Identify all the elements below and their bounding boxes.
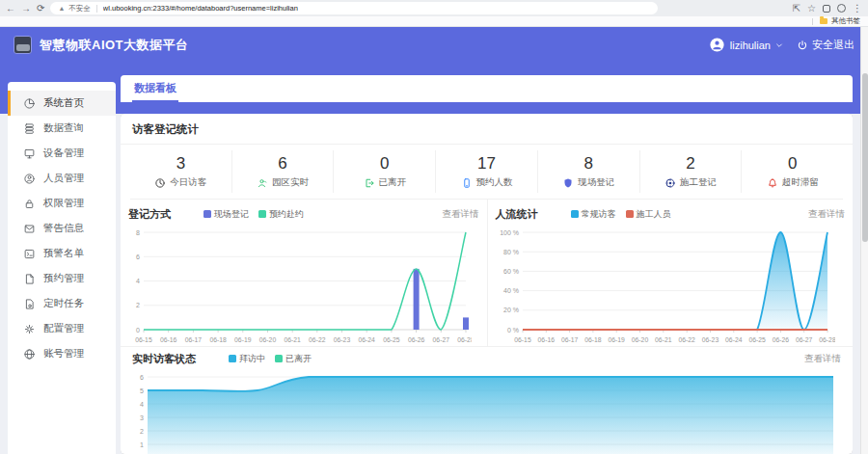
page-scrollbar (860, 27, 868, 454)
tab-bar: 数据看板 (121, 75, 853, 102)
view-details-link[interactable]: 查看详情 (443, 208, 479, 221)
content-panel: 访客登记统计 3今日访客6园区实时0已离开17预约人数8现场登记2施工登记0超时… (121, 114, 853, 454)
sidebar-item-monitor[interactable]: 设备管理 (8, 141, 116, 166)
legend-item[interactable]: 施工人员 (626, 208, 671, 221)
legend-item[interactable]: 常规访客 (571, 208, 616, 221)
stat-label: 已离开 (379, 176, 407, 189)
svg-text:06-22: 06-22 (678, 336, 695, 343)
charts-row: 登记方式 现场登记预约赴约 查看详情 0246806-1506-1606-170… (121, 200, 853, 346)
reload-icon[interactable]: ⟳ (37, 4, 44, 13)
chart-title: 实时访客状态 (132, 352, 196, 366)
logout-button[interactable]: 安全退出 (797, 38, 854, 52)
file-gear-icon (23, 298, 36, 310)
menu-dots-icon[interactable]: ⋮ (853, 4, 862, 13)
sidebar-item-pie-chart[interactable]: 系统首页 (8, 91, 116, 116)
stat-预约人数: 17预约人数 (435, 150, 537, 193)
sidebar-item-label: 设备管理 (43, 147, 84, 160)
svg-text:80 %: 80 % (503, 249, 519, 255)
sidebar-item-user[interactable]: 人员管理 (8, 166, 116, 191)
sidebar-item-label: 权限管理 (43, 197, 84, 210)
chart-title: 人流统计 (496, 207, 538, 222)
sidebar-item-lock[interactable]: 权限管理 (8, 191, 116, 216)
globe-icon (23, 348, 36, 361)
svg-text:8: 8 (136, 229, 140, 236)
stat-value: 0 (334, 154, 435, 174)
svg-text:60 %: 60 % (503, 268, 519, 275)
sidebar-item-label: 系统首页 (43, 96, 84, 110)
register-method-chart: 登记方式 现场登记预约赴约 查看详情 0246806-1506-1606-170… (121, 200, 487, 346)
svg-text:06-23: 06-23 (334, 336, 351, 343)
forward-icon[interactable]: → (21, 4, 31, 13)
svg-text:06-28: 06-28 (457, 336, 472, 343)
sidebar-item-document[interactable]: 预约管理 (8, 266, 116, 291)
stat-label: 预约人数 (476, 176, 513, 189)
phone-icon (461, 177, 473, 189)
svg-text:06-20: 06-20 (259, 336, 277, 343)
svg-text:06-22: 06-22 (309, 336, 326, 343)
svg-text:06-19: 06-19 (234, 336, 252, 343)
realtime-visitor-chart: 实时访客状态 拜访中已离开 查看详情 0123456 (121, 346, 853, 454)
svg-text:0: 0 (136, 327, 140, 334)
stat-label: 现场登记 (578, 176, 614, 189)
sidebar-item-globe[interactable]: 账号管理 (8, 341, 116, 366)
view-details-link[interactable]: 查看详情 (804, 353, 841, 365)
sidebar-item-database[interactable]: 数据查询 (8, 116, 116, 141)
sidebar-item-mail[interactable]: 警告信息 (8, 216, 116, 241)
svg-text:06-24: 06-24 (359, 336, 376, 343)
svg-text:06-23: 06-23 (701, 336, 719, 343)
camera-icon (665, 177, 676, 189)
svg-text:06-17: 06-17 (185, 336, 203, 343)
svg-text:06-20: 06-20 (631, 336, 648, 343)
folder-icon (820, 18, 827, 24)
other-bookmarks[interactable]: 其他书签 (831, 16, 860, 26)
sidebar-item-label: 人员管理 (43, 172, 84, 185)
chart-canvas: 0123456 (121, 370, 853, 454)
chart-legend: 常规访客施工人员 (571, 208, 671, 221)
view-details-link[interactable]: 查看详情 (808, 208, 845, 221)
svg-text:06-27: 06-27 (433, 336, 450, 343)
gear-icon (23, 323, 36, 335)
user-menu[interactable]: lizihulian (709, 37, 783, 53)
people-icon (257, 177, 268, 189)
svg-text:06-25: 06-25 (748, 336, 766, 343)
chevron-down-icon (775, 41, 783, 49)
monitor-icon (23, 147, 36, 160)
legend-item[interactable]: 拜访中 (229, 353, 265, 365)
svg-text:06-27: 06-27 (796, 336, 813, 343)
sidebar-item-label: 定时任务 (43, 297, 84, 310)
stat-label: 施工登记 (680, 176, 717, 189)
profile-icon[interactable] (837, 4, 846, 13)
share-icon[interactable]: ⇱ (793, 4, 800, 13)
chart-title: 登记方式 (128, 207, 171, 222)
stat-今日访客: 3今日访客 (130, 150, 231, 193)
power-icon (797, 40, 808, 51)
extension-icon[interactable] (823, 5, 830, 13)
legend-item[interactable]: 预约赴约 (258, 208, 304, 221)
bookmark-star-icon[interactable]: ☆ (807, 4, 816, 13)
legend-item[interactable]: 已离开 (275, 353, 312, 365)
svg-text:06-25: 06-25 (383, 336, 400, 343)
back-icon[interactable]: ← (6, 4, 15, 13)
scrollbar-thumb[interactable] (862, 73, 868, 242)
not-secure-label: 不安全 (68, 4, 91, 13)
svg-text:06-21: 06-21 (285, 336, 302, 343)
pie-chart-icon (23, 97, 36, 110)
tab-databoard[interactable]: 数据看板 (132, 81, 178, 102)
stats-row: 3今日访客6园区实时0已离开17预约人数8现场登记2施工登记0超时滞留 (130, 145, 843, 200)
app-header: 智慧物联AIOT大数据平台 lizihulian 安全退出 (0, 27, 868, 63)
document-icon (23, 273, 36, 285)
svg-text:0 %: 0 % (506, 327, 518, 334)
svg-text:6: 6 (140, 374, 144, 381)
avatar (709, 37, 725, 53)
sidebar-item-gear[interactable]: 配置管理 (8, 316, 116, 341)
clock-icon (154, 177, 166, 189)
address-bar[interactable]: ▲ 不安全 wl.ubooking.cn:2333/#/home/databoa… (50, 2, 658, 14)
sidebar-item-file-gear[interactable]: 定时任务 (8, 291, 116, 316)
chart-svg: 0246806-1506-1606-1706-1806-1906-2006-21… (128, 224, 472, 346)
svg-text:3: 3 (140, 414, 144, 421)
not-secure-warning-icon: ▲ (58, 5, 65, 12)
sidebar-item-terminal[interactable]: 预警名单 (8, 241, 116, 266)
stat-施工登记: 2施工登记 (639, 150, 742, 193)
legend-item[interactable]: 现场登记 (203, 208, 249, 221)
svg-text:06-16: 06-16 (537, 336, 555, 343)
